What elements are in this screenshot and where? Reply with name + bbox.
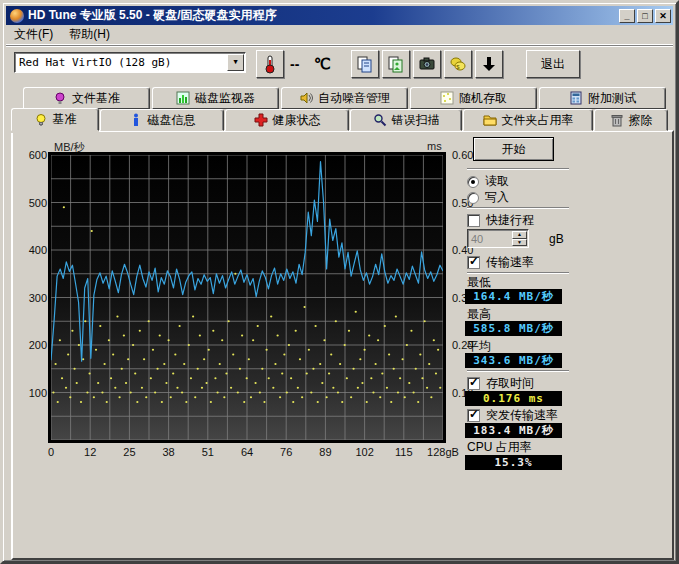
window-title: HD Tune 专业版 5.50 - 硬盘/固态硬盘实用程序	[28, 7, 617, 24]
left-axis-ticks: 600500400300200100	[21, 155, 47, 440]
tab-file-benchmark[interactable]: 文件基准	[23, 87, 150, 109]
thermometer-icon	[261, 54, 279, 74]
temperature-value: --	[290, 56, 299, 72]
capacity-spinner[interactable]: 40 ▲▼	[467, 229, 529, 248]
app-icon	[10, 9, 24, 23]
copy-text-button[interactable]	[351, 50, 379, 78]
tab-benchmark[interactable]: 基准	[11, 108, 99, 131]
menu-bar: 文件(F) 帮助(H)	[6, 25, 673, 45]
transfer-rate-checkbox[interactable]	[467, 256, 480, 269]
max-value-display: 585.8 MB/秒	[465, 321, 562, 336]
tab-extra-tests[interactable]: 附加测试	[539, 87, 666, 109]
drive-select-value: Red Hat VirtIO (128 gB)	[15, 56, 227, 69]
short-stroke-checkbox[interactable]	[467, 214, 480, 227]
temperature-unit: ℃	[314, 55, 331, 73]
capacity-value: 40	[468, 233, 512, 245]
drive-select[interactable]: Red Hat VirtIO (128 gB) ▼	[14, 52, 246, 73]
title-bar: HD Tune 专业版 5.50 - 硬盘/固态硬盘实用程序 _ □ ✕	[6, 6, 673, 25]
save-results-button[interactable]	[475, 50, 503, 78]
app-window: HD Tune 专业版 5.50 - 硬盘/固态硬盘实用程序 _ □ ✕ 文件(…	[0, 0, 679, 564]
speaker-icon	[299, 91, 313, 105]
copy-image-icon	[387, 55, 405, 73]
burst-rate-option[interactable]: 突发传输速率	[467, 407, 558, 424]
tab-aam[interactable]: 自动噪音管理	[281, 87, 408, 109]
maximize-button[interactable]: □	[637, 9, 653, 23]
lightbulb-icon	[34, 113, 48, 127]
toolbar: Red Hat VirtIO (128 gB) ▼ -- ℃	[6, 45, 673, 85]
start-button[interactable]: 开始	[473, 137, 554, 161]
spin-up-icon[interactable]: ▲	[512, 231, 527, 239]
access-time-checkbox[interactable]	[467, 377, 480, 390]
menu-help[interactable]: 帮助(H)	[61, 24, 118, 45]
divider	[467, 168, 569, 170]
divider	[467, 207, 569, 209]
spin-down-icon[interactable]: ▼	[512, 239, 527, 247]
tab-erase[interactable]: 擦除	[594, 109, 668, 131]
chevron-down-icon[interactable]: ▼	[227, 54, 244, 71]
min-value-display: 164.4 MB/秒	[465, 289, 562, 304]
copy-icon	[356, 55, 374, 73]
info-icon	[129, 113, 143, 127]
tab-row-secondary: 文件基准 磁盘监视器 自动噪音管理 随机存取 附加测试	[23, 87, 666, 109]
access-time-display: 0.176 ms	[465, 391, 562, 406]
camera-icon	[418, 55, 436, 73]
avg-value-display: 343.6 MB/秒	[465, 353, 562, 368]
magnifier-icon	[373, 113, 387, 127]
scatter-dots-icon	[440, 91, 454, 105]
burst-rate-display: 183.4 MB/秒	[465, 423, 562, 438]
folder-icon	[483, 113, 497, 127]
tab-health[interactable]: 健康状态	[225, 109, 349, 131]
tab-disk-info[interactable]: 磁盘信息	[100, 109, 224, 131]
exit-button[interactable]: 退出	[526, 50, 580, 78]
capacity-unit: gB	[549, 232, 564, 246]
x-axis-ticks: 012253851647689102115128gB	[51, 446, 451, 460]
read-radio[interactable]	[467, 176, 479, 188]
benchmark-chart	[51, 155, 443, 440]
tab-row-primary: 基准 磁盘信息 健康状态 错误扫描 文件夹占用率 擦除	[11, 109, 668, 131]
tab-disk-monitor[interactable]: 磁盘监视器	[152, 87, 279, 109]
copy-image-button[interactable]	[382, 50, 410, 78]
temperature-button[interactable]	[256, 50, 284, 78]
trash-icon	[610, 113, 624, 127]
transfer-rate-option[interactable]: 传输速率	[467, 254, 534, 271]
cpu-usage-display: 15.3%	[465, 455, 562, 470]
tab-random-access[interactable]: 随机存取	[410, 87, 537, 109]
write-option[interactable]: 写入	[467, 189, 509, 206]
screenshot-button[interactable]	[413, 50, 441, 78]
tab-error-scan[interactable]: 错误扫描	[350, 109, 462, 131]
close-button[interactable]: ✕	[655, 9, 671, 23]
spinner-arrows[interactable]: ▲▼	[512, 231, 527, 246]
benchmark-plot-frame	[48, 152, 446, 443]
divider	[467, 370, 569, 372]
short-stroke-option[interactable]: 快捷行程	[467, 212, 534, 229]
disk-monitor-icon	[176, 91, 190, 105]
buy-button[interactable]: $	[444, 50, 472, 78]
health-cross-icon	[254, 113, 268, 127]
read-option[interactable]: 读取	[467, 173, 509, 190]
extra-tests-icon	[569, 91, 583, 105]
download-arrow-icon	[480, 55, 498, 73]
minimize-button[interactable]: _	[619, 9, 635, 23]
write-radio[interactable]	[467, 192, 479, 204]
coins-icon: $	[449, 55, 467, 73]
cpu-label: CPU 占用率	[467, 439, 532, 456]
burst-rate-checkbox[interactable]	[467, 409, 480, 422]
access-time-option[interactable]: 存取时间	[467, 375, 534, 392]
tab-folder-usage[interactable]: 文件夹占用率	[463, 109, 593, 131]
menu-file[interactable]: 文件(F)	[6, 24, 61, 45]
file-benchmark-icon	[53, 91, 67, 105]
